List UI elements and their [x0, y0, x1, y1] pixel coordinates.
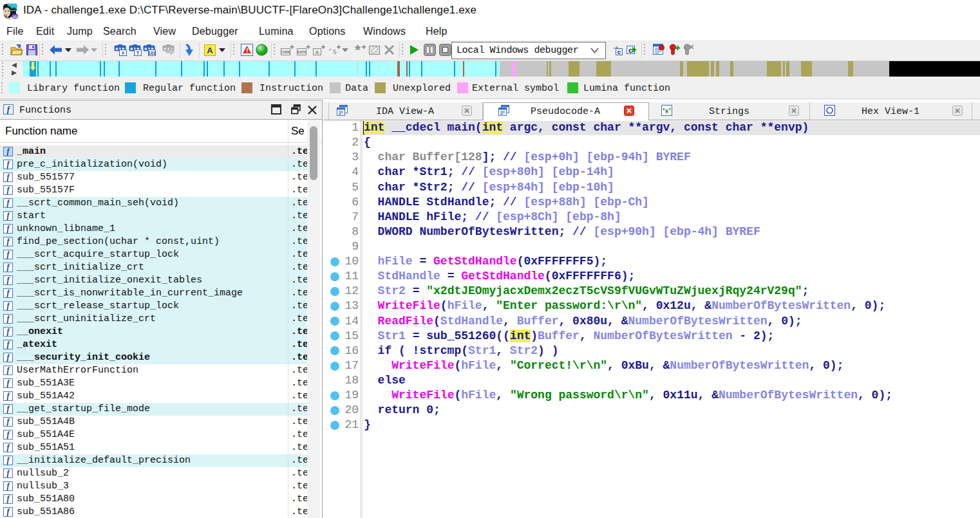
svg-text:A: A [207, 46, 213, 55]
svg-text:c: c [628, 47, 632, 54]
svg-text:‘s’: ‘s’ [663, 106, 672, 115]
svg-text:CODE: CODE [281, 50, 291, 54]
svg-text:T: T [137, 50, 140, 56]
svg-text:‘s: ‘s [328, 48, 337, 56]
svg-text:*: * [355, 44, 361, 56]
svg-text:c: c [617, 49, 621, 55]
svg-text:3D: 3D [12, 15, 17, 19]
svg-text:DATA: DATA [297, 50, 306, 54]
svg-text:A: A [316, 50, 319, 55]
svg-text:101: 101 [148, 50, 156, 56]
